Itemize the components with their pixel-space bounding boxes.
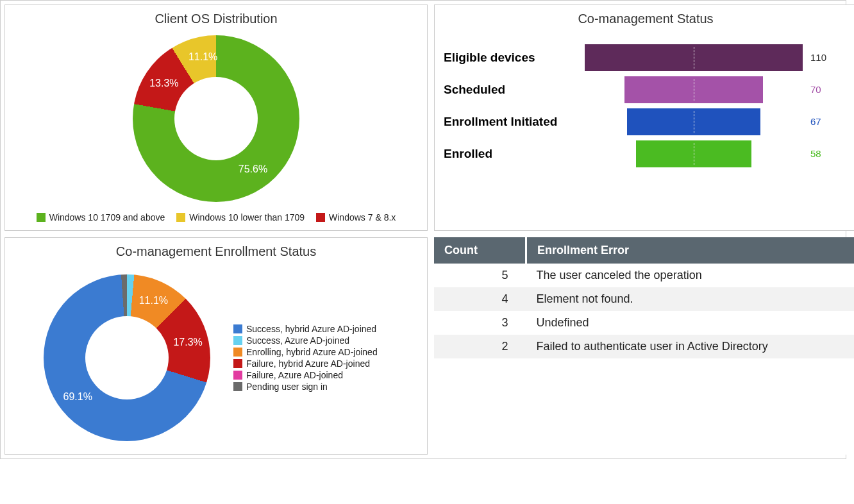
legend-swatch <box>233 359 242 368</box>
legend-swatch <box>233 382 242 391</box>
funnel-stage-label: Eligible devices <box>444 42 572 74</box>
legend-item[interactable]: Success, hybrid Azure AD-joined <box>233 324 378 334</box>
funnel-bar[interactable]: 58 <box>585 138 850 170</box>
funnel-stage-label: Scheduled <box>444 74 572 106</box>
funnel-value: 70 <box>810 84 821 95</box>
legend-item[interactable]: Enrolling, hybrid Azure AD-joined <box>233 347 378 357</box>
slice-pct-label: 11.1% <box>188 51 217 63</box>
legend-swatch <box>233 371 242 380</box>
legend-swatch <box>233 348 242 357</box>
slice-pct-label: 17.3% <box>173 337 202 348</box>
tile-comanagement-status: Co-management Status Eligible devicesSch… <box>434 4 854 231</box>
legend-item[interactable]: Windows 10 lower than 1709 <box>176 212 305 223</box>
legend-swatch <box>37 213 46 222</box>
tile-enrollment-status: Co-management Enrollment Status 11.1%17.… <box>4 237 428 455</box>
legend-label: Windows 7 & 8.x <box>329 212 396 223</box>
legend-label: Failure, Azure AD-joined <box>246 370 343 380</box>
legend-label: Windows 10 lower than 1709 <box>189 212 305 223</box>
slice-pct-label: 11.1% <box>139 295 168 307</box>
chart-title: Client OS Distribution <box>5 5 427 29</box>
funnel-bar[interactable]: 70 <box>585 74 850 106</box>
col-error[interactable]: Enrollment Error <box>526 237 855 264</box>
slice-pct-label: 75.6% <box>239 164 267 175</box>
funnel-bar[interactable]: 110 <box>585 42 850 74</box>
chart-title: Co-management Enrollment Status <box>5 238 427 262</box>
cell-error: Undefined <box>526 311 855 335</box>
tile-client-os: Client OS Distribution 75.6%13.3%11.1% W… <box>4 4 428 231</box>
legend-label: Enrolling, hybrid Azure AD-joined <box>246 347 378 357</box>
tile-error-table: Count Enrollment Error 5The user cancele… <box>434 237 854 455</box>
table-row[interactable]: 3Undefined <box>434 311 854 335</box>
enrollment-error-table: Count Enrollment Error 5The user cancele… <box>434 237 854 358</box>
legend-swatch <box>316 213 325 222</box>
legend-label: Success, Azure AD-joined <box>246 335 349 346</box>
legend-swatch <box>233 324 242 333</box>
slice-pct-label: 69.1% <box>63 391 92 403</box>
funnel-value: 110 <box>810 52 826 63</box>
legend-item[interactable]: Failure, hybrid Azure AD-joined <box>233 358 378 369</box>
funnel-bar[interactable]: 67 <box>585 106 850 138</box>
legend-swatch <box>176 213 185 222</box>
chart-title: Co-management Status <box>435 5 854 29</box>
table-header-row: Count Enrollment Error <box>434 237 854 264</box>
slice-pct-label: 13.3% <box>149 78 178 89</box>
legend-item[interactable]: Success, Azure AD-joined <box>233 335 378 346</box>
legend-item[interactable]: Windows 7 & 8.x <box>316 212 396 223</box>
legend-item[interactable]: Failure, Azure AD-joined <box>233 370 378 380</box>
legend-label: Pending user sign in <box>246 382 328 392</box>
cell-count: 4 <box>434 287 526 311</box>
cell-count: 5 <box>434 264 526 287</box>
cell-count: 3 <box>434 311 526 335</box>
table-row[interactable]: 2Failed to authenticate user in Active D… <box>434 335 854 358</box>
legend-item[interactable]: Pending user sign in <box>233 382 378 392</box>
table-row[interactable]: 4Element not found. <box>434 287 854 311</box>
col-count[interactable]: Count <box>434 237 526 264</box>
legend-enrollment: Success, hybrid Azure AD-joinedSuccess, … <box>210 324 378 392</box>
funnel-stage-label: Enrolled <box>444 138 572 170</box>
funnel-value: 58 <box>810 148 821 159</box>
table-row[interactable]: 5The user canceled the operation <box>434 264 854 287</box>
legend-item[interactable]: Windows 10 1709 and above <box>37 212 165 223</box>
funnel-chart[interactable]: Eligible devicesScheduledEnrollment Init… <box>435 29 854 183</box>
cell-error: The user canceled the operation <box>526 264 855 287</box>
legend-label: Windows 10 1709 and above <box>49 212 165 223</box>
cell-error: Element not found. <box>526 287 855 311</box>
funnel-value: 67 <box>810 116 821 127</box>
legend-label: Failure, hybrid Azure AD-joined <box>246 358 370 369</box>
donut-enrollment[interactable]: 11.1%17.3%69.1% <box>44 274 210 441</box>
legend-label: Success, hybrid Azure AD-joined <box>246 324 376 334</box>
donut-client-os[interactable]: 75.6%13.3%11.1% <box>133 35 299 202</box>
cell-count: 2 <box>434 335 526 358</box>
cell-error: Failed to authenticate user in Active Di… <box>526 335 855 358</box>
legend-client-os: Windows 10 1709 and aboveWindows 10 lowe… <box>5 208 427 230</box>
funnel-stage-label: Enrollment Initiated <box>444 106 572 138</box>
dashboard-grid: Client OS Distribution 75.6%13.3%11.1% W… <box>0 0 846 459</box>
legend-swatch <box>233 336 242 345</box>
